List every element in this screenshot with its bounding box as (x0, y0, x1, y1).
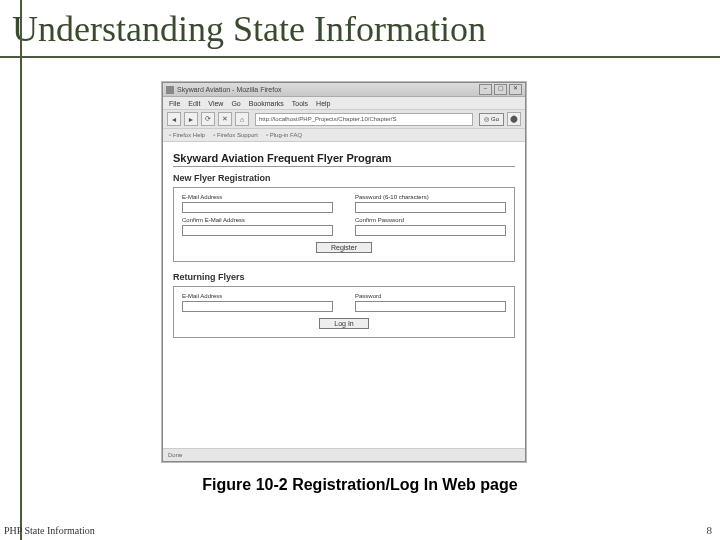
section-new-flyer: New Flyer Registration (173, 173, 515, 183)
menu-view[interactable]: View (208, 100, 223, 107)
label-confirm-password: Confirm Password (355, 217, 506, 223)
menu-edit[interactable]: Edit (188, 100, 200, 107)
forward-button[interactable]: ► (184, 112, 198, 126)
menu-file[interactable]: File (169, 100, 180, 107)
input-login-password[interactable] (355, 301, 506, 312)
vertical-rule (20, 0, 22, 540)
titlebar: Skyward Aviation - Mozilla Firefox – ▢ ✕ (163, 83, 525, 97)
maximize-button[interactable]: ▢ (494, 84, 507, 95)
page-heading: Skyward Aviation Frequent Flyer Program (173, 152, 515, 164)
input-email[interactable] (182, 202, 333, 213)
login-button[interactable]: Log In (319, 318, 368, 329)
menu-go[interactable]: Go (231, 100, 240, 107)
register-button[interactable]: Register (316, 242, 372, 253)
page-content: Skyward Aviation Frequent Flyer Program … (163, 142, 525, 452)
bookmark-firefox-help[interactable]: Firefox Help (169, 132, 205, 138)
menu-bookmarks[interactable]: Bookmarks (249, 100, 284, 107)
label-email: E-Mail Address (182, 194, 333, 200)
browser-window: Skyward Aviation - Mozilla Firefox – ▢ ✕… (162, 82, 526, 462)
footer-left: PHP State Information (4, 525, 95, 536)
input-login-email[interactable] (182, 301, 333, 312)
figure-caption: Figure 10-2 Registration/Log In Web page (0, 476, 720, 494)
app-icon (166, 86, 174, 94)
menubar: File Edit View Go Bookmarks Tools Help (163, 97, 525, 110)
statusbar: Done (163, 448, 525, 461)
slide-title: Understanding State Information (12, 8, 708, 50)
minimize-button[interactable]: – (479, 84, 492, 95)
toolbar: ◄ ► ⟳ ✕ ⌂ http://localhost/PHP_Projects/… (163, 110, 525, 129)
bookmarks-bar: Firefox Help Firefox Support Plug-in FAQ (163, 129, 525, 142)
label-password-new: Password (6-10 characters) (355, 194, 506, 200)
close-button[interactable]: ✕ (509, 84, 522, 95)
input-password-new[interactable] (355, 202, 506, 213)
login-form: E-Mail Address Password Log In (173, 286, 515, 338)
address-bar[interactable]: http://localhost/PHP_Projects/Chapter.10… (255, 113, 473, 126)
input-confirm-email[interactable] (182, 225, 333, 236)
slide: Understanding State Information Skyward … (0, 0, 720, 540)
stop-button[interactable]: ✕ (218, 112, 232, 126)
back-button[interactable]: ◄ (167, 112, 181, 126)
bookmark-plugin-faq[interactable]: Plug-in FAQ (266, 132, 302, 138)
bookmark-firefox-support[interactable]: Firefox Support (213, 132, 258, 138)
input-confirm-password[interactable] (355, 225, 506, 236)
home-button[interactable]: ⌂ (235, 112, 249, 126)
section-returning-flyers: Returning Flyers (173, 272, 515, 282)
label-confirm-email: Confirm E-Mail Address (182, 217, 333, 223)
page-number: 8 (707, 524, 713, 536)
horizontal-rule (0, 56, 720, 58)
label-login-password: Password (355, 293, 506, 299)
heading-divider (173, 166, 515, 167)
menu-help[interactable]: Help (316, 100, 330, 107)
label-login-email: E-Mail Address (182, 293, 333, 299)
window-title: Skyward Aviation - Mozilla Firefox (177, 86, 479, 93)
throbber-icon: ⬤ (507, 112, 521, 126)
menu-tools[interactable]: Tools (292, 100, 308, 107)
registration-form: E-Mail Address Password (6-10 characters… (173, 187, 515, 262)
go-button[interactable]: ◎ Go (479, 113, 504, 126)
reload-button[interactable]: ⟳ (201, 112, 215, 126)
